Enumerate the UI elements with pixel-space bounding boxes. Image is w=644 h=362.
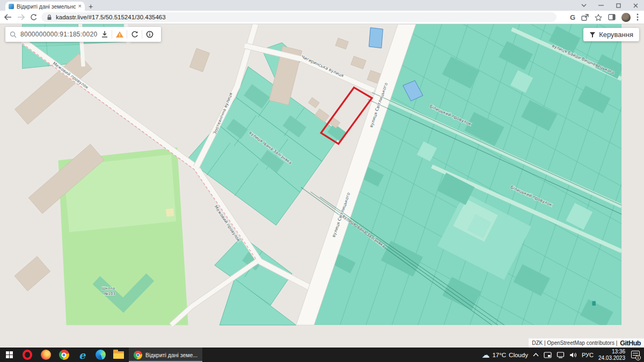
firefox-icon[interactable] (36, 348, 55, 362)
new-tab-button[interactable]: + (85, 2, 97, 11)
cast-icon[interactable] (544, 352, 552, 358)
search-icon (10, 31, 17, 38)
weather-widget[interactable]: ☁ 17°C Cloudy (481, 351, 528, 359)
google-extension-icon[interactable]: G (570, 13, 575, 21)
profile-avatar[interactable] (621, 13, 631, 22)
network-icon[interactable] (557, 352, 565, 358)
cadastre-search-box[interactable]: 8000000000:91:185:0020 (5, 27, 161, 42)
manage-button-label: Керування (599, 31, 633, 39)
active-app-title: Відкриті дані земе... (145, 352, 197, 358)
map-viewport: Чигиринська вулиця Зоотехнічна вулиця Ме… (0, 24, 644, 348)
chrome-icon (134, 351, 142, 359)
school-label: Школа (101, 286, 115, 291)
internet-explorer-icon[interactable]: e (73, 348, 91, 362)
tab-close-icon[interactable]: × (78, 3, 82, 9)
warning-button[interactable] (112, 27, 127, 42)
map-canvas[interactable]: Чигиринська вулиця Зоотехнічна вулиця Ме… (0, 24, 644, 348)
map-attribution: DZK | OpenStreetMap contributors | GitHu… (529, 338, 644, 348)
padlock-icon (47, 14, 52, 20)
side-panel-icon[interactable] (608, 14, 616, 20)
window-controls (575, 0, 644, 11)
tab-favicon (9, 4, 14, 9)
tab-strip: Відкриті дані земельного када × + (0, 0, 644, 11)
filter-icon (589, 32, 596, 38)
cloud-icon: ☁ (481, 351, 489, 359)
browser-window: Відкриті дані земельного када × + (0, 0, 644, 362)
volume-icon[interactable] (569, 352, 577, 358)
clock-time: 13:36 (612, 349, 625, 354)
minimize-button[interactable] (592, 0, 610, 11)
browser-toolbar: kadastr.live/#17.5/50.515241/30.435463 G (0, 11, 644, 24)
browser-tab[interactable]: Відкриті дані земельного када × (5, 2, 85, 11)
refresh-button[interactable] (127, 27, 142, 42)
map-poi-marker (592, 301, 596, 305)
notification-badge: 1 (635, 355, 641, 360)
download-button[interactable] (97, 27, 112, 42)
weather-condition: Cloudy (509, 352, 528, 358)
back-icon[interactable] (4, 14, 12, 20)
tab-search-icon[interactable] (575, 0, 592, 11)
kebab-menu-icon[interactable] (636, 13, 639, 21)
tray-chevron-icon[interactable] (533, 353, 539, 357)
maximize-button[interactable] (610, 0, 627, 11)
notification-center-icon[interactable]: 1 (630, 351, 640, 359)
tab-title: Відкриті дані земельного када (17, 3, 76, 10)
file-explorer-icon[interactable] (109, 348, 128, 362)
forward-icon[interactable] (17, 14, 25, 20)
reload-icon[interactable] (30, 14, 37, 21)
close-window-button[interactable] (627, 0, 644, 11)
info-button[interactable] (142, 27, 157, 42)
school-label: №103 (104, 292, 115, 296)
start-button[interactable] (0, 348, 18, 362)
chrome-icon[interactable] (55, 348, 73, 362)
search-input[interactable]: 8000000000:91:185:0020 (20, 31, 97, 38)
system-tray: ☁ 17°C Cloudy РУС 13:36 24.03.2023 1 (481, 349, 644, 361)
opera-icon[interactable] (18, 348, 36, 362)
github-link[interactable]: GitHub (620, 339, 641, 347)
manage-button[interactable]: Керування (583, 28, 639, 41)
url-text: kadastr.live/#17.5/50.515241/30.435463 (56, 14, 166, 20)
bookmark-star-icon[interactable] (595, 14, 602, 21)
weather-temp: 17°C (492, 352, 506, 358)
active-app-button[interactable]: Відкриті дані земе... (129, 348, 202, 362)
clock-date: 24.03.2023 (598, 355, 625, 361)
language-indicator[interactable]: РУС (582, 352, 594, 358)
attribution-text: DZK | OpenStreetMap contributors | (532, 340, 617, 346)
taskbar-clock[interactable]: 13:36 24.03.2023 (598, 349, 625, 361)
share-icon[interactable] (581, 14, 589, 21)
taskbar: e Відкриті дані земе... ☁ 17°C Cloudy РУ… (0, 348, 644, 362)
url-bar[interactable]: kadastr.live/#17.5/50.515241/30.435463 (41, 12, 557, 22)
edge-icon[interactable] (91, 348, 109, 362)
